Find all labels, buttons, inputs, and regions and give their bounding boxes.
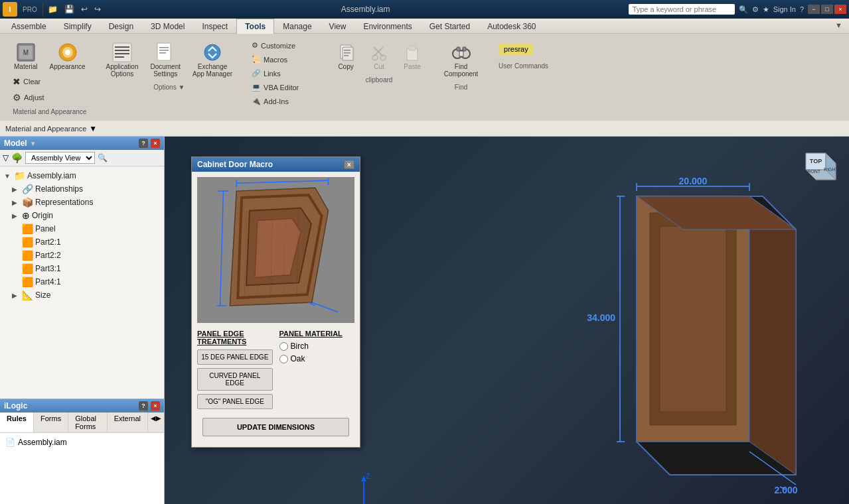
ilogic-item[interactable]: 📄 Assembly.iam bbox=[3, 436, 161, 449]
model-help-btn[interactable]: ? bbox=[139, 139, 148, 148]
cut-icon bbox=[368, 42, 390, 63]
ilogic-tab-forms[interactable]: Forms bbox=[34, 412, 68, 432]
tree-root-expand[interactable]: ▼ bbox=[4, 172, 12, 180]
expand-ribbon-icon[interactable]: ▼ bbox=[831, 19, 846, 33]
help-icon[interactable]: ? bbox=[800, 5, 804, 13]
svg-text:20.000: 20.000 bbox=[679, 176, 708, 186]
find-component-btn[interactable]: FindComponent bbox=[439, 39, 483, 80]
tree-item[interactable]: ▶ ⊕ Origin bbox=[1, 209, 163, 222]
tab-3dmodel[interactable]: 3D Model bbox=[142, 19, 193, 34]
paste-btn[interactable]: Paste bbox=[397, 39, 427, 73]
tree-root-item[interactable]: ▼ 📁 Assembly.iam bbox=[1, 169, 163, 182]
settings-icon[interactable]: ⚙ bbox=[752, 5, 759, 14]
doc-settings-btn[interactable]: DocumentSettings bbox=[145, 39, 185, 80]
tab-tools[interactable]: Tools bbox=[236, 19, 274, 34]
search-input[interactable] bbox=[629, 4, 735, 15]
model-close-btn[interactable]: × bbox=[151, 139, 160, 148]
customize-btn[interactable]: ⚙ Customize bbox=[248, 39, 319, 52]
user-tag[interactable]: presray bbox=[499, 43, 534, 55]
curved-panel-edge-btn[interactable]: CURVED PANEL EDGE bbox=[197, 368, 273, 391]
birch-radio-label[interactable]: Birch bbox=[279, 342, 355, 351]
dialog-close-btn[interactable]: × bbox=[344, 160, 354, 169]
adjust-btn[interactable]: ⚙ Adjust bbox=[9, 90, 90, 105]
adjust-icon: ⚙ bbox=[13, 92, 21, 103]
og-panel-edge-btn[interactable]: "OG" PANEL EDGE bbox=[197, 394, 273, 409]
svg-text:M: M bbox=[23, 49, 29, 56]
ilogic-help-btn[interactable]: ? bbox=[139, 401, 148, 410]
add-ins-btn[interactable]: 🔌 Add-Ins bbox=[248, 95, 319, 107]
model-toolbar: ▽ 🌳 Assembly View 🔍 bbox=[0, 150, 164, 166]
redo-icon[interactable]: ↪ bbox=[92, 5, 103, 14]
panel-material-title: PANEL MATERIAL bbox=[279, 330, 355, 338]
tree-expand[interactable]: ▶ bbox=[12, 199, 20, 206]
tree-expand[interactable]: ▶ bbox=[12, 186, 20, 193]
minimize-btn[interactable]: − bbox=[808, 5, 820, 14]
tree-item[interactable]: 🟧 Part2:1 bbox=[1, 235, 163, 249]
open-icon[interactable]: 📁 bbox=[46, 5, 60, 14]
model-dropdown-icon[interactable]: ▼ bbox=[30, 140, 37, 147]
search-tree-icon[interactable]: 🔍 bbox=[98, 153, 108, 162]
save-icon[interactable]: 💾 bbox=[62, 5, 76, 14]
tree-item[interactable]: ▶ 📐 Size bbox=[1, 288, 163, 302]
svg-rect-6 bbox=[113, 43, 131, 62]
panel-edge-treatments: PANEL EDGE TREATMENTS 15 DEG PANEL EDGE … bbox=[197, 330, 273, 412]
birch-radio[interactable] bbox=[279, 342, 288, 351]
ilogic-tab-arrow[interactable]: ◀▶ bbox=[148, 412, 164, 432]
tree-expand[interactable]: ▶ bbox=[12, 212, 20, 220]
tab-autodesk360[interactable]: Autodesk 360 bbox=[479, 19, 544, 34]
oak-radio[interactable] bbox=[279, 355, 288, 363]
ilogic-tab-global[interactable]: Global Forms bbox=[68, 412, 108, 432]
find-component-label: FindComponent bbox=[444, 63, 479, 78]
ilogic-tab-rules[interactable]: Rules bbox=[0, 412, 34, 432]
search-icon[interactable]: 🔍 bbox=[739, 5, 748, 14]
tab-design[interactable]: Design bbox=[100, 19, 142, 34]
ribbon-group-user-commands: presray User Commands bbox=[491, 36, 557, 118]
macros-btn[interactable]: 📜 Macros bbox=[248, 53, 319, 66]
tab-view[interactable]: View bbox=[321, 19, 355, 34]
maximize-btn[interactable]: □ bbox=[821, 5, 833, 14]
tab-pro[interactable]: PRO bbox=[20, 6, 40, 13]
undo-icon[interactable]: ↩ bbox=[79, 5, 90, 14]
vba-editor-btn[interactable]: 💻 VBA Editor bbox=[248, 81, 319, 94]
sub-bar: Material and Appearance ▼ bbox=[0, 121, 849, 137]
ilogic-tab-external[interactable]: External bbox=[108, 412, 148, 432]
title-bar: I PRO 📁 💾 ↩ ↪ Assembly.iam 🔍 ⚙ ★ Sign In… bbox=[0, 0, 849, 19]
tree-expand[interactable]: ▶ bbox=[12, 292, 20, 299]
tree-item[interactable]: 🟧 Panel bbox=[1, 222, 163, 235]
tab-assemble[interactable]: Assemble bbox=[3, 19, 55, 34]
tree-item[interactable]: ▶ 📦 Representations bbox=[1, 196, 163, 209]
assembly-view-dropdown[interactable]: Assembly View bbox=[25, 152, 95, 164]
material-btn[interactable]: M Material bbox=[9, 39, 42, 73]
tab-simplify[interactable]: Simplify bbox=[55, 19, 100, 34]
doc-settings-label: DocumentSettings bbox=[150, 63, 181, 78]
exchange-app-btn[interactable]: ExchangeApp Manager bbox=[188, 39, 237, 80]
tab-inspect[interactable]: Inspect bbox=[193, 19, 236, 34]
svg-rect-13 bbox=[159, 50, 169, 51]
sub-bar-label: Material and Appearance bbox=[5, 125, 86, 133]
tree-item[interactable]: 🟧 Part2:2 bbox=[1, 249, 163, 262]
update-dimensions-btn[interactable]: UPDATE DIMENSIONS bbox=[202, 418, 349, 436]
tree-item[interactable]: 🟧 Part3:1 bbox=[1, 262, 163, 275]
close-btn[interactable]: × bbox=[834, 5, 846, 14]
filter-icon[interactable]: ▽ bbox=[3, 153, 9, 162]
oak-radio-label[interactable]: Oak bbox=[279, 354, 355, 363]
signin-btn[interactable]: Sign In bbox=[773, 5, 796, 13]
cut-btn[interactable]: Cut bbox=[364, 39, 394, 73]
viewport[interactable]: TOP FRONT RIGHT bbox=[165, 137, 849, 504]
clear-btn[interactable]: ✖ Clear bbox=[9, 74, 90, 89]
tree-item[interactable]: 🟧 Part4:1 bbox=[1, 275, 163, 288]
links-btn[interactable]: 🔗 Links bbox=[248, 67, 319, 80]
15deg-panel-edge-btn[interactable]: 15 DEG PANEL EDGE bbox=[197, 349, 273, 365]
tab-manage[interactable]: Manage bbox=[274, 19, 320, 34]
star-icon[interactable]: ★ bbox=[763, 5, 769, 14]
sub-bar-dropdown-icon[interactable]: ▼ bbox=[89, 124, 97, 133]
cut-label: Cut bbox=[374, 63, 384, 70]
ilogic-close-btn[interactable]: × bbox=[151, 401, 160, 410]
tab-getstarted[interactable]: Get Started bbox=[421, 19, 479, 34]
tree-item[interactable]: ▶ 🔗 Relationships bbox=[1, 182, 163, 196]
tab-environments[interactable]: Environments bbox=[354, 19, 420, 34]
appearance-btn[interactable]: Appearance bbox=[45, 39, 90, 73]
window-controls: − □ × bbox=[808, 5, 846, 14]
copy-btn[interactable]: Copy bbox=[331, 39, 361, 73]
app-options-btn[interactable]: ApplicationOptions bbox=[102, 39, 143, 80]
